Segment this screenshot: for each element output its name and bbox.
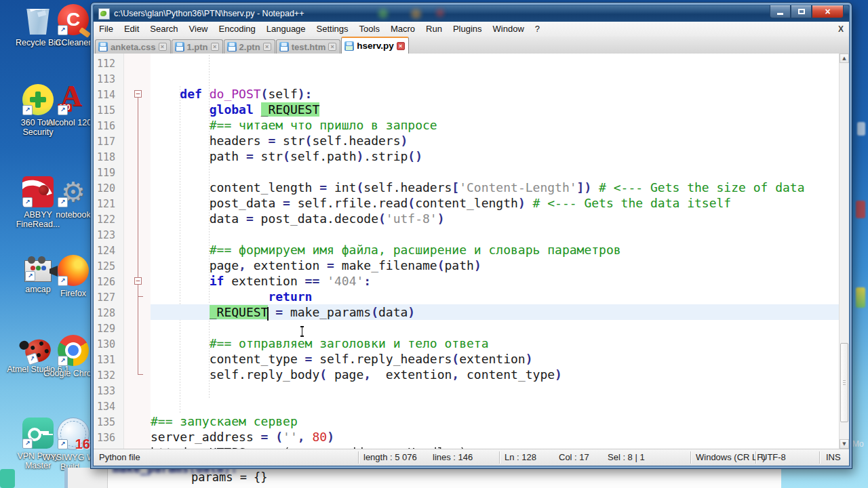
code-line-134[interactable]: 134	[94, 398, 840, 413]
partial-icon-fragment	[856, 287, 865, 308]
text-caret	[267, 307, 269, 321]
code-line-118[interactable]: 118 path = str(self.path).strip()	[94, 148, 840, 164]
menu-item-window[interactable]: Window	[488, 22, 530, 37]
save-icon	[98, 42, 108, 52]
code-line-117[interactable]: 117 headers = str(self.headers)	[94, 133, 840, 148]
scroll-up-arrow-icon[interactable]: ▲	[840, 54, 849, 63]
code-line-127[interactable]: 127 return	[94, 289, 840, 304]
code-line-120[interactable]: 120 content_length = int(self.headers['C…	[94, 180, 840, 195]
fold-margin	[123, 413, 151, 429]
fold-collapse-icon[interactable]: −	[134, 90, 142, 98]
fold-margin	[123, 70, 151, 86]
status-encoding: UTF-8	[761, 449, 786, 466]
notebook-icon: ↗	[58, 176, 89, 207]
menu-item-help[interactable]: ?	[530, 22, 545, 37]
line-number: 113	[94, 72, 123, 87]
shortcut-arrow-icon: ↗	[58, 439, 68, 449]
line-number: 122	[94, 212, 123, 228]
menu-item-edit[interactable]: Edit	[119, 22, 144, 37]
menu-item-search[interactable]: Search	[144, 22, 183, 37]
code-line-114[interactable]: 114− def do_POST(self):	[94, 86, 840, 102]
vertical-scrollbar[interactable]: ▲ ▼	[839, 54, 849, 449]
code-line-135[interactable]: 135#== запускаем сервер	[94, 413, 840, 429]
code-line-129[interactable]: 129	[94, 320, 840, 336]
code-line-126[interactable]: 126− if extention == '404':	[94, 273, 840, 289]
code-line-122[interactable]: 122 data = post_data.decode('utf-8')	[94, 211, 840, 226]
code-lines: 112113114− def do_POST(self):115 global …	[94, 55, 840, 449]
fold-margin	[123, 226, 151, 242]
fold-margin	[123, 117, 151, 133]
menu-item-view[interactable]: View	[184, 22, 214, 37]
shortcut-arrow-icon: ↗	[58, 276, 68, 286]
code-line-116[interactable]: 116 #== читаем что пришло в запросе	[94, 117, 840, 133]
tab-close-icon[interactable]: ×	[159, 43, 167, 51]
status-insert-mode: INS	[826, 449, 841, 466]
code-editor[interactable]: 112113114− def do_POST(self):115 global …	[94, 54, 840, 449]
line-number: 128	[94, 306, 123, 321]
tab-close-icon[interactable]: ×	[263, 43, 271, 51]
code-line-113[interactable]: 113	[94, 70, 840, 86]
notepad-plus-plus-window: c:\Users\glan\Python36\PTN\hserv.py - No…	[90, 2, 852, 469]
tab-bar: anketa.css×1.ptn×2.ptn×test.htm×hserv.py…	[94, 37, 849, 54]
maximize-button[interactable]	[791, 5, 812, 18]
tab-2-ptn[interactable]: 2.ptn×	[224, 39, 275, 54]
menu-item-settings[interactable]: Settings	[311, 22, 354, 37]
line-number: 123	[94, 228, 123, 243]
status-bar: Python file length : 5 076 lines : 146 L…	[94, 449, 849, 466]
tab-label: 1.ptn	[187, 42, 208, 52]
tab-close-icon[interactable]: ×	[211, 43, 219, 51]
save-icon	[175, 42, 184, 52]
menu-item-run[interactable]: Run	[420, 22, 448, 37]
scrollbar-thumb[interactable]	[840, 343, 848, 422]
tab-hserv-py[interactable]: hserv.py×	[341, 37, 409, 54]
fold-margin	[123, 351, 151, 367]
code-line-136[interactable]: 136server_address = ('', 80)	[94, 429, 840, 445]
fold-margin	[123, 180, 151, 195]
code-line-121[interactable]: 121 post_data = self.rfile.read(content_…	[94, 195, 840, 211]
code-line-115[interactable]: 115 global _REQUEST	[94, 102, 840, 117]
line-number: 132	[94, 368, 123, 384]
fold-margin	[123, 320, 151, 336]
tab-anketa-css[interactable]: anketa.css×	[95, 39, 171, 54]
ccleaner-icon: ↗	[58, 4, 89, 35]
firefox-icon: ↗	[58, 255, 89, 286]
code-line-124[interactable]: 124 #== формируем имя файла, расширение …	[94, 242, 840, 258]
line-number: 133	[94, 384, 123, 399]
code-line-112[interactable]: 112	[94, 55, 840, 70]
partial-icon-fragment: Mo	[852, 439, 864, 449]
menu-item-file[interactable]: File	[94, 22, 119, 37]
fold-margin	[123, 102, 151, 117]
menu-item-language[interactable]: Language	[261, 22, 311, 37]
status-separator	[819, 451, 820, 464]
status-selection: Sel : 8 | 1	[608, 449, 645, 466]
shortcut-arrow-icon: ↗	[22, 105, 33, 115]
code-line-130[interactable]: 130 #== отправляем заголовки и тело отве…	[94, 336, 840, 351]
tab-1-ptn[interactable]: 1.ptn×	[172, 39, 223, 54]
code-line-125[interactable]: 125 page, extention = make_filename(path…	[94, 258, 840, 273]
fold-collapse-icon[interactable]: −	[134, 277, 142, 285]
status-line-number: Ln : 128	[505, 449, 536, 466]
minimize-button[interactable]	[770, 5, 791, 18]
menu-item-plugins[interactable]: Plugins	[448, 22, 488, 37]
menu-item-macro[interactable]: Macro	[385, 22, 420, 37]
line-number: 129	[94, 321, 123, 337]
code-line-123[interactable]: 123	[94, 226, 840, 242]
tab-close-icon[interactable]: ×	[397, 42, 405, 50]
scroll-down-arrow-icon[interactable]: ▼	[840, 439, 849, 449]
fold-margin	[123, 367, 151, 382]
code-line-131[interactable]: 131 content_type = self.reply_headers(ex…	[94, 351, 840, 367]
tab-test-htm[interactable]: test.htm×	[276, 39, 341, 54]
code-line-119[interactable]: 119	[94, 164, 840, 180]
tab-close-icon[interactable]: ×	[328, 43, 336, 51]
save-icon	[344, 41, 354, 51]
alcohol-120-icon: ↗	[58, 84, 89, 115]
title-bar[interactable]: c:\Users\glan\Python36\PTN\hserv.py - No…	[94, 5, 849, 22]
code-line-133[interactable]: 133	[94, 382, 840, 398]
menu-item-encoding[interactable]: Encoding	[214, 22, 261, 37]
menu-item-tools[interactable]: Tools	[354, 22, 385, 37]
code-line-132[interactable]: 132 self.reply_body( page, extention, co…	[94, 367, 840, 382]
menu-close-icon[interactable]: X	[838, 22, 844, 37]
close-button[interactable]: ×	[812, 5, 844, 18]
line-number: 117	[94, 134, 123, 150]
code-line-128[interactable]: 128 _REQUEST = make_params(data)	[94, 304, 840, 320]
